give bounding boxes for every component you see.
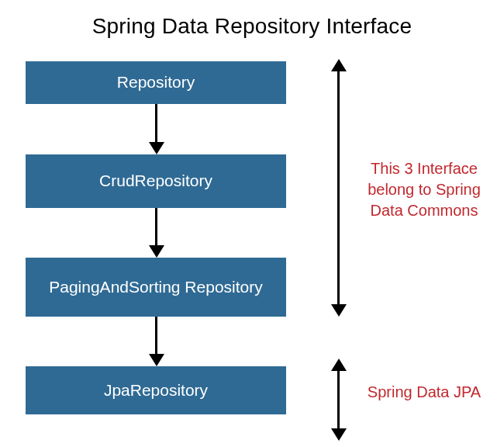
diagram-canvas: Spring Data Repository Interface Reposit… [0, 0, 504, 447]
box-paging-and-sorting-repository: PagingAndSorting Repository [26, 258, 286, 317]
annotation-spring-data-jpa: Spring Data JPA [358, 382, 490, 403]
box-crud-repository: CrudRepository [26, 154, 286, 208]
diagram-title: Spring Data Repository Interface [0, 14, 504, 39]
annotation-spring-data-commons: This 3 Interface belong to Spring Data C… [358, 158, 490, 221]
box-repository: Repository [26, 61, 286, 104]
box-jpa-repository: JpaRepository [26, 366, 286, 414]
